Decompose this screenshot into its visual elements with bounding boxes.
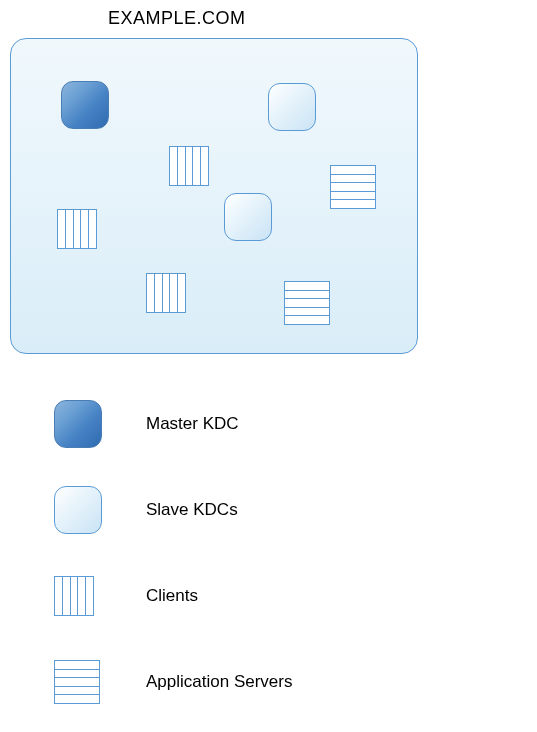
- legend-label: Slave KDCs: [146, 500, 238, 520]
- client-icon: [54, 572, 110, 620]
- client-node: [169, 146, 209, 186]
- diagram-title: EXAMPLE.COM: [108, 8, 246, 29]
- legend-label: Application Servers: [146, 672, 292, 692]
- legend-item-slave-kdcs: Slave KDCs: [54, 486, 454, 534]
- legend-item-master-kdc: Master KDC: [54, 400, 454, 448]
- legend-label: Master KDC: [146, 414, 239, 434]
- legend: Master KDC Slave KDCs Clients Applicatio…: [54, 400, 454, 732]
- client-node: [146, 273, 186, 313]
- appserver-node: [284, 281, 330, 325]
- client-node: [57, 209, 97, 249]
- master-kdc-icon: [54, 400, 110, 448]
- master-kdc-node: [61, 81, 109, 129]
- legend-label: Clients: [146, 586, 198, 606]
- realm-container: [10, 38, 418, 354]
- appserver-node: [330, 165, 376, 209]
- legend-item-appservers: Application Servers: [54, 658, 454, 706]
- slave-kdc-icon: [54, 486, 110, 534]
- slave-kdc-node: [268, 83, 316, 131]
- legend-item-clients: Clients: [54, 572, 454, 620]
- slave-kdc-node: [224, 193, 272, 241]
- appserver-icon: [54, 658, 110, 706]
